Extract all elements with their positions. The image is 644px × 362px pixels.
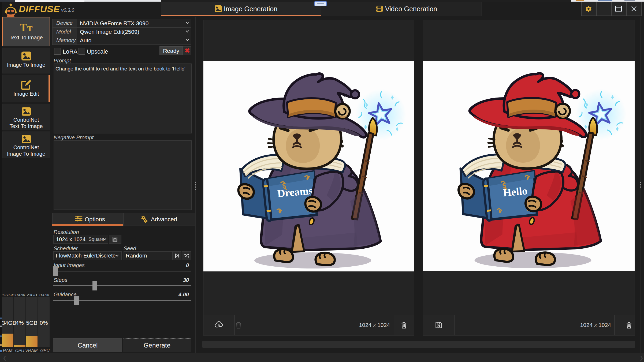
svg-text:Hello: Hello <box>502 185 528 199</box>
